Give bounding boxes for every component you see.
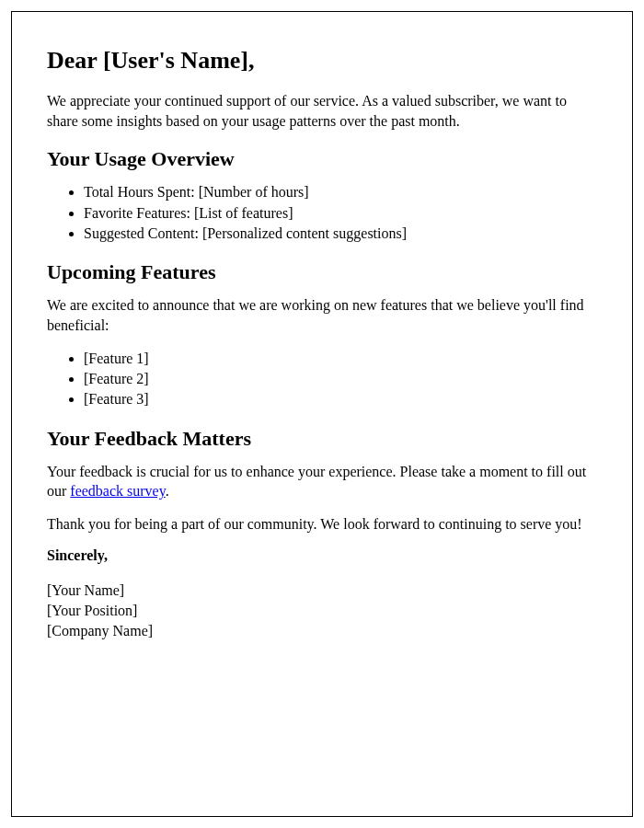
thank-you-paragraph: Thank you for being a part of our commun… [47, 514, 597, 535]
list-item: [Feature 1] [84, 349, 597, 369]
upcoming-list: [Feature 1] [Feature 2] [Feature 3] [47, 349, 597, 410]
feedback-text-after: . [166, 483, 169, 499]
usage-overview-heading: Your Usage Overview [47, 147, 597, 171]
feedback-survey-link[interactable]: feedback survey [70, 483, 165, 499]
list-item: [Feature 3] [84, 389, 597, 409]
signature-name: [Your Name] [47, 581, 597, 601]
intro-paragraph: We appreciate your continued support of … [47, 91, 597, 131]
usage-list: Total Hours Spent: [Number of hours] Fav… [47, 182, 597, 244]
letter-page: Dear [User's Name], We appreciate your c… [11, 11, 633, 817]
closing: Sincerely, [47, 547, 597, 564]
feedback-paragraph: Your feedback is crucial for us to enhan… [47, 462, 597, 501]
upcoming-intro-paragraph: We are excited to announce that we are w… [47, 295, 597, 335]
list-item: Favorite Features: [List of features] [84, 203, 597, 224]
signature-position: [Your Position] [47, 601, 597, 621]
list-item: [Feature 2] [84, 369, 597, 389]
list-item: Total Hours Spent: [Number of hours] [84, 182, 597, 202]
greeting: Dear [User's Name], [47, 47, 597, 75]
list-item: Suggested Content: [Personalized content… [84, 224, 597, 244]
signature-company: [Company Name] [47, 621, 597, 641]
feedback-heading: Your Feedback Matters [47, 427, 597, 451]
upcoming-features-heading: Upcoming Features [47, 260, 597, 284]
